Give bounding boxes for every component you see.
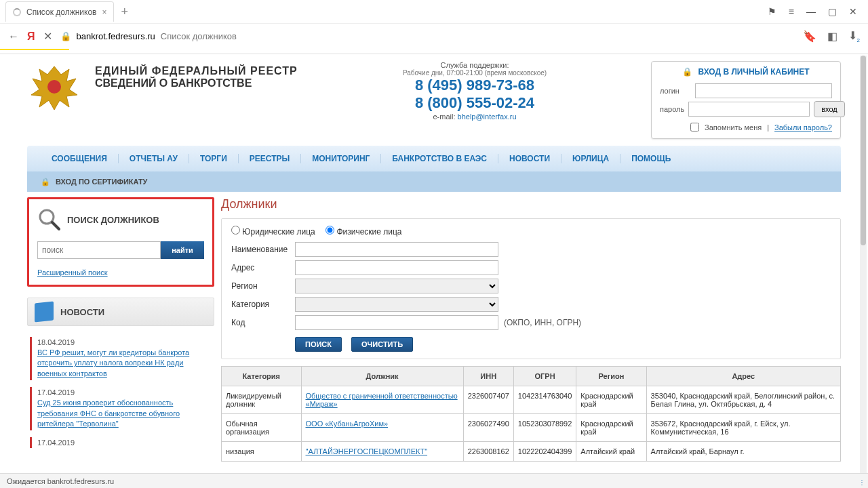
login-submit-button[interactable]: вход — [814, 101, 845, 117]
radio-physical[interactable]: Физические лица — [326, 227, 402, 237]
window-controls: ⚑ ≡ — ▢ ✕ — [768, 6, 868, 17]
login-label: логин — [660, 87, 691, 95]
name-input[interactable] — [295, 242, 498, 257]
news-link[interactable]: Суд 25 июня проверит обоснованность треб… — [37, 398, 212, 429]
yandex-icon[interactable]: Я — [27, 30, 35, 43]
debtor-link[interactable]: Общество с граниченной ответственностью … — [306, 392, 458, 408]
new-tab-button[interactable]: + — [121, 5, 128, 19]
table-cell: 2263008162 — [463, 442, 513, 462]
table-header: Адрес — [646, 367, 840, 386]
maximize-icon[interactable]: ▢ — [828, 6, 837, 17]
table-row: Обычная организацияООО «КубаньАгроХим»23… — [222, 414, 841, 442]
filter-form: Юридические лица Физические лица Наимено… — [221, 218, 841, 359]
table-cell: Краснодарский край — [576, 386, 646, 414]
browser-tab[interactable]: Список должников × — [5, 1, 114, 22]
news-date: 17.04.2019 — [37, 388, 212, 396]
filter-clear-button[interactable]: ОЧИСТИТЬ — [351, 337, 413, 352]
cert-login-bar[interactable]: 🔒 ВХОД ПО СЕРТИФИКАТУ — [27, 171, 841, 192]
news-date: 18.04.2019 — [37, 338, 212, 346]
filter-search-button[interactable]: ПОИСК — [295, 337, 342, 352]
search-input[interactable] — [37, 241, 161, 259]
table-cell: 2326007407 — [463, 386, 513, 414]
main-nav: СООБЩЕНИЯОТЧЕТЫ АУТОРГИРЕЕСТРЫМОНИТОРИНГ… — [27, 146, 841, 171]
table-cell: Общество с граниченной ответственностью … — [301, 386, 463, 414]
table-cell: 353040, Краснодарский край, Белоглинский… — [646, 386, 840, 414]
remember-checkbox[interactable] — [690, 123, 699, 131]
table-cell: 353672, Краснодарский край, г. Ейск, ул.… — [646, 414, 840, 442]
scrollbar[interactable] — [860, 56, 867, 473]
close-window-icon[interactable]: ✕ — [849, 6, 857, 17]
menu-icon[interactable]: ≡ — [789, 6, 794, 17]
table-header: ОГРН — [513, 367, 576, 386]
extension-icon[interactable]: ⚑ — [768, 6, 776, 17]
password-input[interactable] — [688, 102, 810, 117]
debtor-link[interactable]: ООО «КубаньАгроХим» — [306, 420, 389, 428]
news-header: НОВОСТИ — [27, 298, 214, 326]
bookmark-icon[interactable]: 🔖 — [803, 30, 816, 43]
nav-item[interactable]: СООБЩЕНИЯ — [41, 154, 119, 163]
url-field[interactable]: 🔒 bankrot.fedresurs.ru Список должников — [60, 31, 237, 41]
nav-item[interactable]: МОНИТОРИНГ — [301, 154, 381, 163]
status-bar: Ожидается bankrot.fedresurs.ru — [0, 473, 868, 488]
downloads-icon[interactable]: ⬇2 — [848, 29, 860, 43]
table-cell: Обычная организация — [222, 414, 302, 442]
loading-spinner-icon — [13, 8, 21, 16]
news-date: 17.04.2019 — [37, 439, 212, 447]
table-header: ИНН — [463, 367, 513, 386]
nav-item[interactable]: РЕЕСТРЫ — [239, 154, 301, 163]
news-item: 18.04.2019ВС РФ решит, могут ли кредитор… — [30, 337, 212, 380]
table-header: Регион — [576, 367, 646, 386]
nav-item[interactable]: ЮРЛИЦА — [561, 154, 620, 163]
stop-icon[interactable]: ✕ — [43, 30, 52, 43]
search-debtors-panel: ПОИСК ДОЛЖНИКОВ найти Расширенный поиск — [27, 197, 214, 287]
loading-progress — [0, 49, 868, 50]
table-cell: Краснодарский край — [576, 414, 646, 442]
support-email-link[interactable]: bhelp@interfax.ru — [458, 113, 517, 121]
url-domain: bankrot.fedresurs.ru — [77, 31, 155, 41]
login-box: 🔒ВХОД В ЛИЧНЫЙ КАБИНЕТ логин пароль вход… — [651, 61, 841, 139]
forgot-password-link[interactable]: Забыли пароль? — [774, 123, 832, 131]
news-icon — [35, 302, 54, 323]
news-item: 17.04.2019 — [30, 437, 212, 448]
tab-title: Список должников — [26, 7, 96, 17]
table-cell: 1022202404399 — [513, 442, 576, 462]
radio-legal[interactable]: Юридические лица — [231, 227, 315, 237]
table-cell: "АЛТАЙЭНЕРГОСПЕЦКОМПЛЕКТ" — [301, 442, 463, 462]
svg-line-2 — [52, 222, 59, 229]
code-input[interactable] — [295, 315, 498, 330]
nav-item[interactable]: НОВОСТИ — [498, 154, 561, 163]
category-select[interactable] — [295, 297, 498, 312]
password-label: пароль — [660, 105, 684, 113]
results-table: КатегорияДолжникИННОГРНРегионАдрес Ликви… — [221, 366, 841, 462]
nav-item[interactable]: ПОМОЩЬ — [620, 154, 682, 163]
magnifier-icon — [37, 207, 62, 232]
address-bar: ← Я ✕ 🔒 bankrot.fedresurs.ru Список долж… — [0, 23, 868, 49]
table-row: Ликвидируемый должникОбщество с граничен… — [222, 386, 841, 414]
tab-bar: Список должников × + ⚑ ≡ — ▢ ✕ — [0, 0, 868, 23]
loading-indicator-icon: ⋮ — [859, 479, 865, 486]
address-input[interactable] — [295, 260, 498, 275]
nav-item[interactable]: БАНКРОТСТВО В ЕАЭС — [381, 154, 498, 163]
coat-of-arms-icon — [27, 61, 81, 115]
table-cell: Ликвидируемый должник — [222, 386, 302, 414]
advanced-search-link[interactable]: Расширенный поиск — [37, 268, 108, 277]
url-title: Список должников — [161, 31, 237, 41]
close-tab-icon[interactable]: × — [102, 7, 106, 17]
region-select[interactable] — [295, 279, 498, 293]
minimize-icon[interactable]: — — [806, 6, 816, 17]
lock-icon: 🔒 — [41, 178, 50, 186]
table-cell: 1042314763040 — [513, 386, 576, 414]
search-button[interactable]: найти — [161, 241, 204, 259]
table-cell: Алтайский край, Барнаул г. — [646, 442, 840, 462]
table-cell: ООО «КубаньАгроХим» — [301, 414, 463, 442]
nav-item[interactable]: ТОРГИ — [189, 154, 239, 163]
back-icon[interactable]: ← — [8, 30, 19, 43]
zen-icon[interactable]: ◧ — [827, 30, 837, 43]
table-header: Категория — [222, 367, 302, 386]
table-cell: низация — [222, 442, 302, 462]
login-input[interactable] — [695, 83, 832, 98]
debtor-link[interactable]: "АЛТАЙЭНЕРГОСПЕЦКОМПЛЕКТ" — [306, 447, 428, 455]
news-link[interactable]: ВС РФ решит, могут ли кредиторы банкрота… — [37, 348, 212, 379]
nav-item[interactable]: ОТЧЕТЫ АУ — [119, 154, 189, 163]
table-row: низация"АЛТАЙЭНЕРГОСПЕЦКОМПЛЕКТ"22630081… — [222, 442, 841, 462]
